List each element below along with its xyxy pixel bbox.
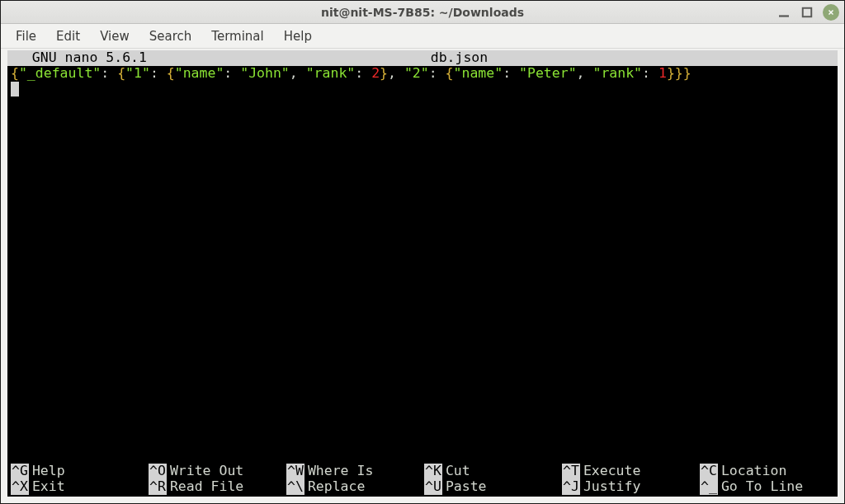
- key-ctrl-backslash: ^\: [286, 479, 304, 495]
- key-ctrl-c: ^C: [700, 464, 718, 479]
- menu-edit[interactable]: Edit: [48, 26, 88, 46]
- shortcut-exit: ^XExit: [11, 479, 145, 495]
- nano-shortcuts: ^GHelp ^OWrite Out ^WWhere Is ^KCut ^TEx…: [7, 464, 838, 497]
- key-ctrl-underscore: ^_: [700, 479, 718, 495]
- shortcut-writeout: ^OWrite Out: [149, 464, 283, 479]
- window-title: nit@nit-MS-7B85: ~/Downloads: [1, 6, 844, 19]
- key-ctrl-w: ^W: [286, 464, 304, 479]
- shortcut-execute: ^TExecute: [562, 464, 696, 479]
- menubar: File Edit View Search Terminal Help: [1, 24, 844, 49]
- shortcut-cut: ^KCut: [424, 464, 559, 479]
- shortcut-gotoline: ^_Go To Line: [700, 479, 834, 495]
- key-ctrl-u: ^U: [424, 479, 442, 495]
- nano-header: GNU nano 5.6.1 db.json: [7, 50, 838, 66]
- key-ctrl-x: ^X: [11, 479, 29, 495]
- key-ctrl-r: ^R: [149, 479, 167, 495]
- close-button[interactable]: [823, 4, 839, 21]
- shortcut-paste: ^UPaste: [424, 479, 559, 495]
- shortcut-justify: ^JJustify: [562, 479, 696, 495]
- menu-help[interactable]: Help: [276, 26, 320, 46]
- shortcut-whereis: ^WWhere Is: [286, 464, 421, 479]
- key-ctrl-t: ^T: [562, 464, 580, 479]
- menu-view[interactable]: View: [92, 26, 138, 46]
- close-icon: [827, 8, 835, 16]
- terminal-area[interactable]: GNU nano 5.6.1 db.json {"_default": {"1"…: [7, 50, 838, 497]
- shortcut-readfile: ^RRead File: [149, 479, 283, 495]
- terminal-window: nit@nit-MS-7B85: ~/Downloads File Edit V…: [0, 0, 845, 504]
- nano-filename: db.json: [81, 50, 838, 66]
- minimize-icon: [777, 5, 791, 20]
- key-ctrl-o: ^O: [149, 464, 167, 479]
- shortcut-help: ^GHelp: [11, 464, 145, 479]
- window-controls: [777, 4, 839, 21]
- key-ctrl-j: ^J: [562, 479, 580, 495]
- nano-content[interactable]: {"_default": {"1": {"name": "John", "ran…: [7, 66, 838, 464]
- maximize-icon: [800, 5, 814, 20]
- menu-file[interactable]: File: [7, 26, 45, 46]
- key-ctrl-g: ^G: [11, 464, 29, 479]
- editor-line-1: {"_default": {"1": {"name": "John", "ran…: [11, 65, 692, 81]
- maximize-button[interactable]: [800, 5, 814, 20]
- titlebar[interactable]: nit@nit-MS-7B85: ~/Downloads: [1, 1, 844, 24]
- minimize-button[interactable]: [777, 5, 791, 20]
- key-ctrl-k: ^K: [424, 464, 442, 479]
- cursor: [11, 82, 19, 97]
- menu-terminal[interactable]: Terminal: [203, 26, 271, 46]
- shortcut-replace: ^\Replace: [286, 479, 421, 495]
- menu-search[interactable]: Search: [141, 26, 201, 46]
- svg-rect-1: [803, 8, 812, 17]
- shortcut-location: ^CLocation: [700, 464, 834, 479]
